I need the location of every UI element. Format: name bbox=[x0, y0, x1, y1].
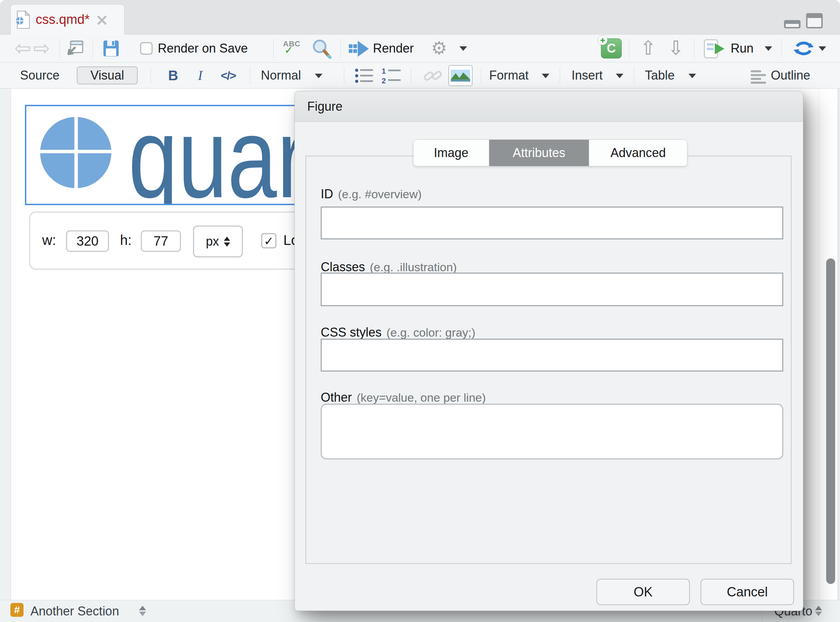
css-styles-field-label: CSS styles(e.g. color: gray;) bbox=[321, 325, 476, 340]
code-button[interactable]: </> bbox=[221, 63, 236, 88]
chevron-down-icon[interactable] bbox=[315, 74, 322, 78]
svg-text:1: 1 bbox=[382, 67, 386, 75]
spellcheck-icon[interactable]: ABC ✓ bbox=[283, 40, 300, 54]
separator bbox=[560, 67, 560, 83]
render-button[interactable]: Render bbox=[373, 35, 414, 62]
figure-dialog: Figure Image Attributes Advanced ID(e.g.… bbox=[294, 91, 803, 611]
run-button[interactable]: Run bbox=[731, 35, 753, 62]
separator bbox=[151, 67, 151, 83]
separator bbox=[694, 39, 694, 58]
chevron-down-icon[interactable] bbox=[616, 74, 624, 78]
chevron-down-icon[interactable] bbox=[689, 74, 696, 78]
chevron-down-icon[interactable] bbox=[819, 46, 826, 51]
format-toolbar: Source Visual B I </> Normal 1 2 bbox=[0, 63, 840, 88]
separator bbox=[629, 39, 629, 58]
prev-section-icon[interactable]: ⇧ bbox=[640, 35, 656, 62]
other-field-label: Other(key=value, one per line) bbox=[321, 390, 486, 405]
cancel-button[interactable]: Cancel bbox=[701, 579, 794, 605]
section-selector-arrows-icon[interactable] bbox=[139, 606, 146, 616]
section-breadcrumb[interactable]: Another Section bbox=[30, 600, 119, 622]
width-input[interactable] bbox=[66, 230, 109, 252]
css-styles-input[interactable] bbox=[321, 339, 783, 372]
italic-button[interactable]: I bbox=[198, 63, 203, 88]
forward-icon[interactable]: ⇨ bbox=[33, 35, 50, 62]
editor-gutter bbox=[0, 88, 11, 600]
section-hash-icon: # bbox=[11, 603, 23, 617]
image-button[interactable] bbox=[448, 65, 473, 86]
source-mode-button[interactable]: Source bbox=[20, 63, 59, 88]
outline-icon[interactable] bbox=[751, 70, 766, 84]
dialog-title: Figure bbox=[307, 91, 343, 122]
render-on-save-label[interactable]: Render on Save bbox=[158, 35, 248, 62]
dialog-tab-group: Image Attributes Advanced bbox=[413, 139, 688, 166]
scrollbar-track bbox=[819, 88, 819, 600]
separator bbox=[273, 39, 274, 58]
pane-edge bbox=[838, 88, 840, 622]
chevron-down-icon[interactable] bbox=[459, 46, 467, 51]
link-icon bbox=[424, 68, 442, 83]
numbered-list-icon[interactable]: 1 2 bbox=[381, 67, 401, 84]
tab-attributes[interactable]: Attributes bbox=[489, 140, 589, 166]
units-value: px bbox=[206, 234, 219, 249]
tab-css-qmd[interactable]: css.qmd* × bbox=[11, 4, 125, 35]
ok-button[interactable]: OK bbox=[596, 579, 690, 605]
render-on-save-checkbox[interactable] bbox=[140, 42, 152, 55]
main-toolbar: ⇦ ⇨ Render on Save ABC ✓ bbox=[0, 35, 840, 63]
back-icon[interactable]: ⇦ bbox=[15, 35, 32, 62]
outline-button[interactable]: Outline bbox=[771, 63, 810, 88]
paragraph-style-dropdown[interactable]: Normal bbox=[261, 63, 301, 88]
table-menu[interactable]: Table bbox=[645, 63, 675, 88]
gear-icon[interactable]: ⚙ bbox=[431, 35, 447, 62]
render-icon[interactable] bbox=[348, 40, 369, 58]
minimize-pane-icon[interactable] bbox=[784, 20, 800, 28]
bold-button[interactable]: B bbox=[168, 63, 178, 88]
quarto-logo-icon bbox=[40, 117, 111, 188]
id-field-label: ID(e.g. #overview) bbox=[321, 187, 422, 201]
separator bbox=[344, 67, 344, 83]
classes-field-label: Classes(e.g. .illustration) bbox=[321, 260, 457, 274]
visual-mode-button[interactable]: Visual bbox=[77, 66, 138, 84]
tab-close-icon[interactable]: × bbox=[95, 13, 109, 27]
separator bbox=[634, 67, 634, 83]
separator bbox=[781, 39, 782, 58]
tab-title: css.qmd* bbox=[36, 12, 90, 27]
other-textarea[interactable] bbox=[321, 404, 783, 459]
separator bbox=[481, 67, 481, 83]
insert-menu[interactable]: Insert bbox=[572, 63, 603, 88]
tab-strip: css.qmd* × bbox=[0, 0, 840, 35]
format-menu[interactable]: Format bbox=[489, 63, 529, 88]
separator bbox=[411, 67, 412, 83]
height-input[interactable] bbox=[141, 230, 181, 252]
classes-input[interactable] bbox=[321, 273, 783, 306]
svg-text:2: 2 bbox=[382, 76, 386, 84]
height-label: h: bbox=[120, 232, 131, 248]
engine-selector-arrows-icon[interactable] bbox=[815, 606, 822, 616]
plus-icon: + bbox=[598, 35, 608, 45]
separator bbox=[250, 67, 250, 83]
maximize-pane-icon[interactable] bbox=[806, 13, 823, 28]
tab-advanced[interactable]: Advanced bbox=[589, 140, 687, 166]
chevron-down-icon[interactable] bbox=[765, 46, 772, 51]
chevron-down-icon[interactable] bbox=[542, 74, 549, 78]
vertical-scrollbar[interactable] bbox=[826, 258, 835, 584]
separator bbox=[59, 39, 60, 58]
rerun-icon[interactable] bbox=[794, 40, 814, 57]
run-icon[interactable] bbox=[704, 39, 725, 58]
dialog-header: Figure bbox=[295, 91, 803, 122]
units-select[interactable]: px bbox=[193, 226, 243, 258]
select-arrows-icon bbox=[224, 236, 230, 247]
next-section-icon[interactable]: ⇩ bbox=[668, 35, 684, 62]
rstudio-window: css.qmd* × ⇦ ⇨ Render on Save ABC ✓ bbox=[0, 0, 840, 622]
width-label: w: bbox=[42, 232, 56, 248]
tab-image[interactable]: Image bbox=[413, 140, 489, 166]
save-icon[interactable] bbox=[103, 40, 119, 57]
quarto-file-icon bbox=[15, 11, 30, 29]
separator bbox=[340, 39, 341, 58]
search-icon[interactable] bbox=[311, 39, 332, 59]
insert-chunk-button[interactable]: C + bbox=[601, 38, 622, 58]
open-in-window-icon[interactable] bbox=[66, 40, 84, 57]
id-input[interactable] bbox=[321, 207, 783, 239]
lock-ratio-checkbox[interactable]: ✓ bbox=[261, 233, 276, 248]
separator bbox=[93, 39, 93, 58]
bullet-list-icon[interactable] bbox=[355, 68, 374, 83]
